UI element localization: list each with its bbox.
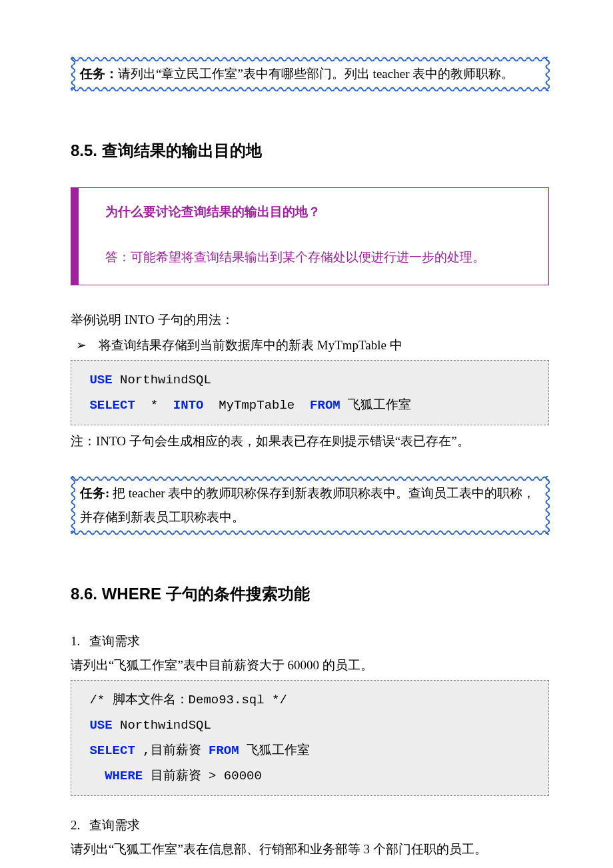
code-text: MyTmpTable [203, 398, 310, 413]
wavy-border-left [70, 476, 75, 533]
qa-answer: 答：可能希望将查询结果输出到某个存储处以便进行进一步的处理。 [105, 247, 535, 268]
into-intro: 举例说明 INTO 子句的用法： [71, 309, 549, 331]
task-label: 任务: [80, 486, 109, 500]
sql-keyword: SELECT [89, 398, 135, 413]
item-label: 查询需求 [89, 815, 140, 836]
query-requirement-1: 请列出“飞狐工作室”表中目前薪资大于 60000 的员工。 [71, 655, 549, 676]
spacer [71, 456, 549, 476]
section-heading-8-6: 8.6. WHERE 子句的条件搜索功能 [71, 581, 549, 608]
bullet-item: ➢ 将查询结果存储到当前数据库中的新表 MyTmpTable 中 [71, 335, 549, 356]
code-text: 飞狐工作室 [239, 743, 310, 758]
wavy-border-bottom [71, 86, 549, 91]
sql-keyword: FROM [310, 398, 340, 413]
code-block-1: USE NorthwindSQL SELECT * INTO MyTmpTabl… [71, 360, 549, 425]
task-box-2: 任务: 把 teacher 表中的教师职称保存到新表教师职称表中。查询员工表中的… [71, 476, 549, 533]
bullet-text: 将查询结果存储到当前数据库中的新表 MyTmpTable 中 [99, 335, 402, 356]
qa-question: 为什么要讨论查询结果的输出目的地？ [105, 201, 535, 223]
wavy-border-right [544, 476, 550, 533]
code-text: ,目前薪资 [135, 743, 209, 758]
spacer [71, 801, 549, 813]
task-content: 任务: 把 teacher 表中的教师职称保存到新表教师职称表中。查询员工表中的… [71, 476, 549, 533]
task-text: 请列出“章立民工作室”表中有哪些部门。列出 teacher 表中的教师职称。 [118, 67, 514, 81]
sql-keyword: FROM [209, 743, 239, 758]
code-comment: /* 脚本文件名：Demo93.sql */ [89, 693, 287, 707]
document-page: 任务：请列出“章立民工作室”表中有哪些部门。列出 teacher 表中的教师职称… [0, 0, 613, 868]
task-label: 任务： [80, 67, 118, 81]
item-label: 查询需求 [89, 631, 140, 652]
qa-box: 为什么要讨论查询结果的输出目的地？ 答：可能希望将查询结果输出到某个存储处以便进… [71, 187, 549, 285]
item-number: 1. [71, 631, 89, 652]
section-heading-8-5: 8.5. 查询结果的输出目的地 [71, 137, 549, 165]
task-box-1: 任务：请列出“章立民工作室”表中有哪些部门。列出 teacher 表中的教师职称… [71, 57, 549, 91]
sql-keyword: WHERE [89, 769, 143, 783]
wavy-border-bottom [71, 529, 549, 535]
sql-keyword: USE [89, 373, 112, 387]
code-text: NorthwindSQL [113, 718, 211, 733]
numbered-item-1: 1. 查询需求 [71, 631, 549, 652]
triangle-bullet-icon: ➢ [76, 335, 87, 356]
numbered-item-2: 2. 查询需求 [71, 815, 549, 836]
code-text: * [135, 398, 173, 413]
code-block-2: /* 脚本文件名：Demo93.sql */ USE NorthwindSQL … [71, 680, 549, 796]
item-number: 2. [71, 815, 89, 836]
code-text: NorthwindSQL [113, 373, 211, 387]
query-requirement-2: 请列出“飞狐工作室”表在信息部、行销部和业务部等 3 个部门任职的员工。 [71, 839, 549, 860]
code-text: 目前薪资 > 60000 [143, 769, 262, 783]
code-text: 飞狐工作室 [340, 398, 411, 413]
sql-keyword: SELECT [89, 743, 135, 758]
sql-keyword: INTO [173, 398, 204, 413]
task-text: 把 teacher 表中的教师职称保存到新表教师职称表中。查询员工表中的职称，并… [80, 486, 535, 523]
sql-keyword: USE [89, 718, 112, 733]
wavy-border-top [71, 56, 549, 61]
wavy-border-top [71, 475, 549, 481]
into-note: 注：INTO 子句会生成相应的表，如果表已存在则提示错误“表已存在”。 [71, 431, 549, 452]
